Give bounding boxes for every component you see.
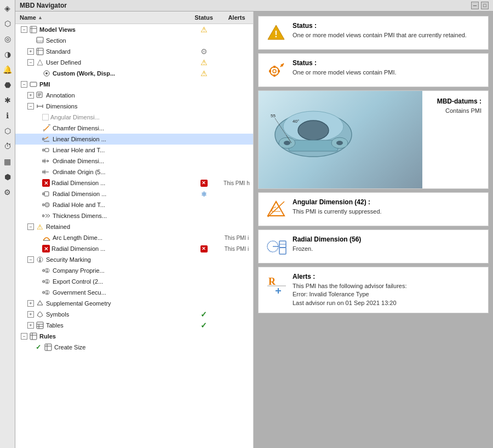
label-linear-hole: Linear Hole and T... [53,147,105,153]
tree-row-export-control[interactable]: Export Control (2... [15,276,253,287]
icon-radial-hole [42,200,51,209]
svg-point-57 [43,281,44,282]
toolbar-icon-grid[interactable]: ▦ [2,156,14,168]
tree-row-tables[interactable]: + Tables ✓ [15,320,253,331]
col-header-name: Name ▲ [15,13,187,22]
expand-tables[interactable]: + [27,322,34,329]
content-area: Name ▲ Status Alerts − Model Views ⚠ [15,12,493,448]
tree-row-model-views[interactable]: − Model Views ⚠ [15,24,253,35]
preview-label: MBD-datums : Contains PMI [422,91,488,188]
toolbar-icon-9[interactable]: ⬡ [2,125,14,137]
expand-suppl-geo[interactable]: + [27,300,34,307]
toolbar-icon-bell[interactable]: 🔔 [2,64,14,76]
tree-row-ordinate-origin[interactable]: Ordinate Origin (5... [15,166,253,177]
toolbar-icon-12[interactable]: ⬢ [2,171,14,183]
expand-dimensions[interactable]: − [27,103,34,110]
main-panel: MBD Navigator ─ □ Name ▲ Status Alerts − [15,0,493,448]
toolbar-icon-gear[interactable]: ⚙ [2,186,14,198]
toolbar-icon-1[interactable]: ◈ [2,2,14,14]
tree-row-radial-dim-ret[interactable]: ✕ Radial Dimension ... ✕ This PMI i [15,243,253,254]
tree-row-angular-dim[interactable]: Angular Dimensi... [15,112,253,123]
tree-row-rules[interactable]: − Rules [15,331,253,342]
icon-custom-work [42,69,51,78]
window-title: MBD Navigator [20,2,67,9]
svg-point-49 [39,258,41,260]
tree-row-section[interactable]: Section [15,35,253,46]
label-radial-hole: Radial Hole and T... [53,202,105,208]
tree-row-suppl-geo[interactable]: + Supplemental Geometry [15,298,253,309]
tree-row-company-prop[interactable]: Company Proprie... [15,265,253,276]
tree-row-radial-hole[interactable]: Radial Hole and T... [15,199,253,210]
icon-ordinate-dim [42,157,51,165]
tree-row-ordinate-dim[interactable]: Ordinate Dimensi... [15,156,253,166]
preview-3d-view: 55 40° [259,91,422,188]
icon-dimensions [36,102,44,111]
icon-symbols [36,310,44,319]
expand-user-defined[interactable]: − [27,59,34,66]
tree-row-thickness-dim[interactable]: Thickness Dimens... [15,210,253,221]
toolbar-icon-4[interactable]: ◑ [2,48,14,60]
expand-model-views[interactable]: − [21,26,27,33]
tree-row-create-size[interactable]: ✓ Create Size [15,342,253,353]
toolbar-icon-info[interactable]: ℹ [2,110,14,122]
ok-icon-create-size: ✓ [36,343,41,351]
label-ordinate-dim: Ordinate Dimensi... [53,158,104,164]
label-pmi: PMI [39,81,50,88]
tree-row-radial-dim2[interactable]: Radial Dimension ... ❄ [15,188,253,199]
icon-radial-dim-err: ✕ [42,179,50,187]
status-model-views: ⚠ [187,25,220,34]
expand-standard[interactable]: + [27,48,34,55]
toolbar-icon-7[interactable]: ✱ [2,94,14,106]
info-card-radial: Radial Dimension (56) Frozen. [258,229,489,263]
status-symbols: ✓ [187,310,220,319]
card-text-radial: Frozen. [293,245,481,253]
tree-row-dimensions[interactable]: − Dimensions [15,101,253,112]
tree-row-user-defined[interactable]: − User Defined ⚠ [15,57,253,68]
card-text-status-1: One or more model views contain PMI that… [293,31,481,39]
card-content-angular: Angular Dimension (42) : This PMI is cur… [293,198,481,216]
card-content-status-1: Status : One or more model views contain… [293,22,481,39]
tree-row-chamfer-dim[interactable]: Chamfer Dimensi... [15,123,253,134]
expand-security[interactable]: − [27,256,34,263]
expand-annotation[interactable]: + [27,92,34,99]
toolbar-icon-clock[interactable]: ⏱ [2,140,14,152]
icon-suppl-geo [36,299,44,308]
tree-row-arc-length[interactable]: Arc Length Dime... This PMI i [15,232,253,243]
icon-chamfer-dim [42,124,51,133]
label-angular-dim: Angular Dimensi... [50,114,100,120]
tree-row-retained[interactable]: − ⚠ Retained [15,221,253,232]
expand-retained[interactable]: − [27,223,34,230]
left-toolbar: ◈ ⬡ ◎ ◑ 🔔 ⬣ ✱ ℹ ⬡ ⏱ ▦ ⬢ ⚙ [0,0,15,448]
maximize-button[interactable]: □ [481,2,489,9]
label-radial-dim-err: Radial Dimension ... [51,180,105,186]
tree-row-custom-work[interactable]: Custom (Work, Disp... ⚠ [15,68,253,79]
ok-icon-tables: ✓ [200,321,207,330]
expand-pmi[interactable]: − [21,81,27,88]
tree-row-linear-dim[interactable]: Linear Dimension ... [15,134,253,145]
tree-row-pmi[interactable]: − PMI [15,79,253,90]
toolbar-icon-6[interactable]: ⬣ [2,79,14,91]
tree-row-linear-hole[interactable]: Linear Hole and T... [15,145,253,156]
tree-row-radial-dim-err[interactable]: ✕ Radial Dimension ... ✕ This PMI h [15,177,253,188]
svg-rect-85 [278,70,280,72]
icon-thickness-dim [42,211,51,220]
svg-point-93 [284,141,290,145]
tree-row-annotation[interactable]: + Annotation [15,90,253,101]
expand-rules[interactable]: − [21,333,27,340]
alerts-radial-dim-err: This PMI h [220,180,253,186]
svg-point-35 [43,171,44,173]
icon-standard [36,47,44,56]
svg-point-59 [47,280,48,281]
sort-arrow[interactable]: ▲ [38,15,43,20]
svg-text:40°: 40° [293,119,299,124]
expand-symbols[interactable]: + [27,311,34,318]
tree-row-standard[interactable]: + Standard ⚙ [15,46,253,57]
toolbar-icon-2[interactable]: ⬡ [2,18,14,30]
minimize-button[interactable]: ─ [471,2,479,9]
tree-row-symbols[interactable]: + Symbols ✓ [15,309,253,320]
toolbar-icon-3[interactable]: ◎ [2,33,14,45]
icon-create-size [44,343,53,352]
svg-point-43 [45,203,49,207]
tree-row-security-marking[interactable]: − Security Marking [15,254,253,265]
tree-row-govt-secu[interactable]: Government Secu... [15,287,253,298]
